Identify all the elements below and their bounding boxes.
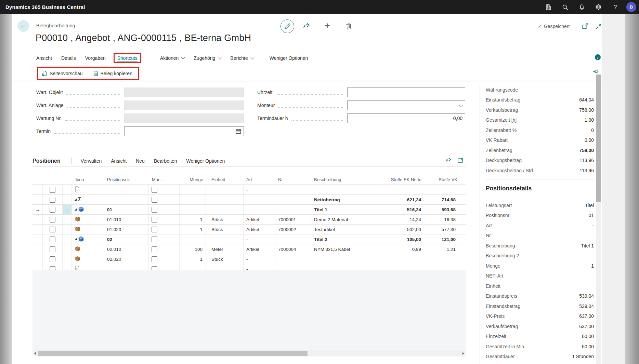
- tab-ansicht[interactable]: Ansicht: [36, 55, 52, 61]
- menubar-more-options[interactable]: Weniger Optionen: [270, 55, 308, 61]
- shortcut-seitenvorschau[interactable]: Seitenvorschau: [41, 70, 83, 76]
- breadcrumb[interactable]: Belegbearbeitung: [36, 23, 75, 28]
- factbox-label[interactable]: VK-Preis: [486, 313, 505, 319]
- factbox-label[interactable]: NEP-Art: [486, 273, 503, 279]
- table-row[interactable]: 02.010100MeterArtikel7000004NYM 3x1,5 Ka…: [32, 244, 466, 254]
- row-checkbox[interactable]: [50, 197, 55, 203]
- positions-menu-verwalten[interactable]: Verwalten: [81, 158, 102, 164]
- cell-stoffe-vk[interactable]: 16,38: [424, 215, 460, 224]
- cell-beschreibung[interactable]: NYM 3x1,5 Kabel: [311, 244, 383, 254]
- input-monteur[interactable]: [347, 100, 465, 110]
- cell-art[interactable]: Artikel: [244, 244, 275, 254]
- cell-positionsnr[interactable]: 02.020: [104, 254, 149, 264]
- factbox-label[interactable]: Beschreibung: [486, 243, 515, 248]
- cell-stoffe-ek-netto[interactable]: 14,24: [383, 215, 424, 224]
- vertical-scrollbar-thumb[interactable]: [596, 75, 601, 202]
- cell-positionsnr[interactable]: 02.010: [104, 244, 149, 254]
- cell-art[interactable]: -: [244, 195, 275, 204]
- cell-nr[interactable]: [275, 195, 311, 204]
- scroll-left-arrow[interactable]: [32, 350, 37, 356]
- expander-icon[interactable]: [75, 199, 77, 201]
- factbox-label[interactable]: VK Rabatt: [486, 137, 508, 143]
- cell-beschreibung[interactable]: [311, 185, 383, 194]
- vertical-scrollbar[interactable]: [596, 75, 601, 364]
- cell-nr[interactable]: [275, 234, 311, 244]
- calendar-icon[interactable]: [236, 129, 241, 134]
- collapse-icon[interactable]: [595, 23, 602, 30]
- help-icon[interactable]: ?: [607, 0, 624, 14]
- factbox-label[interactable]: Einheit: [486, 283, 500, 289]
- pin-icon[interactable]: [593, 68, 601, 75]
- input-termindauer-h[interactable]: 0,00: [347, 113, 465, 123]
- cell-stoffe-ek-netto[interactable]: 0,89: [383, 244, 424, 254]
- factbox-label[interactable]: Währungscode: [486, 87, 518, 93]
- cell-menge[interactable]: 1: [180, 215, 206, 224]
- cell-positionsnr[interactable]: 01.010: [104, 215, 149, 224]
- cell-einheit[interactable]: Meter: [206, 244, 244, 254]
- cell-nr[interactable]: [275, 185, 311, 194]
- cell-einheit[interactable]: [206, 205, 244, 214]
- markiert-checkbox[interactable]: [152, 207, 157, 213]
- cell-stoffe-vk[interactable]: [424, 185, 460, 194]
- cell-einheit[interactable]: [206, 185, 244, 194]
- markiert-checkbox[interactable]: [152, 187, 157, 193]
- search-icon[interactable]: [557, 0, 573, 14]
- chevron-down-icon[interactable]: [459, 105, 462, 106]
- markiert-checkbox[interactable]: [152, 227, 157, 232]
- info-icon[interactable]: i: [595, 54, 601, 60]
- open-in-new-window-icon[interactable]: [582, 23, 589, 30]
- shortcut-beleg-kopieren[interactable]: Beleg kopieren: [92, 70, 132, 76]
- company-icon[interactable]: [540, 0, 557, 14]
- factbox-label[interactable]: Deckungsbeitrag / Std.: [486, 168, 534, 173]
- factbox-label[interactable]: Einstandsbetrag: [486, 97, 520, 103]
- cell-positionsnr[interactable]: [104, 185, 149, 194]
- table-row[interactable]: 02.0201Stück-: [32, 254, 466, 264]
- cell-art[interactable]: -: [244, 234, 275, 244]
- cell-nr[interactable]: [275, 205, 311, 214]
- table-row[interactable]: 01.0101StückArtikel7000001Demo 2 Materia…: [32, 215, 466, 225]
- row-checkbox[interactable]: [50, 207, 55, 213]
- cell-menge[interactable]: [180, 205, 206, 214]
- cell-einheit[interactable]: Stück: [206, 254, 244, 264]
- cell-art[interactable]: -: [244, 185, 275, 194]
- menu-zugehörig[interactable]: Zugehörig: [194, 55, 221, 61]
- cell-menge[interactable]: 1: [180, 254, 206, 264]
- factbox-label[interactable]: Verkaufsbetrag: [486, 324, 518, 329]
- input-termin[interactable]: [124, 126, 244, 136]
- row-checkbox[interactable]: [50, 187, 55, 193]
- scroll-right-arrow[interactable]: [461, 350, 466, 356]
- cell-menge[interactable]: 1: [180, 225, 206, 234]
- tab-details[interactable]: Details: [61, 55, 76, 61]
- cell-positionsnr[interactable]: [104, 195, 149, 204]
- cell-stoffe-ek-netto[interactable]: 621,24: [383, 195, 424, 204]
- cell-art[interactable]: -: [244, 254, 275, 264]
- expander-icon[interactable]: [75, 238, 77, 240]
- cell-stoffe-ek-netto[interactable]: 502,00: [383, 225, 424, 234]
- cell-stoffe-vk[interactable]: 714,68: [424, 195, 460, 204]
- cell-stoffe-ek-netto[interactable]: [383, 254, 424, 264]
- user-avatar[interactable]: B: [626, 2, 636, 12]
- cell-art[interactable]: -: [244, 205, 275, 214]
- positions-menu-neu[interactable]: Neu: [136, 158, 145, 164]
- markiert-checkbox[interactable]: [152, 246, 157, 252]
- cell-einheit[interactable]: Stück: [206, 215, 244, 224]
- factbox-label[interactable]: Verkaufsbetrag: [486, 107, 518, 113]
- cell-nr[interactable]: 7000004: [275, 244, 311, 254]
- cell-stoffe-vk[interactable]: [424, 254, 460, 264]
- cell-menge[interactable]: [180, 185, 206, 194]
- row-checkbox[interactable]: [50, 217, 55, 223]
- factbox-label[interactable]: Positionsnr.: [486, 213, 510, 218]
- share-icon[interactable]: [302, 22, 311, 30]
- factbox-label[interactable]: Gesamtzeit in Min.: [486, 344, 525, 349]
- factbox-label[interactable]: Einstandsbetrag: [486, 304, 520, 309]
- cell-nr[interactable]: [275, 254, 311, 264]
- cell-beschreibung[interactable]: Testartikel: [311, 225, 383, 234]
- positions-menu-weniger-optionen[interactable]: Weniger Optionen: [186, 158, 225, 164]
- cell-stoffe-vk[interactable]: 593,68: [424, 205, 460, 214]
- cell-art[interactable]: Artikel: [244, 225, 275, 234]
- factbox-label[interactable]: Deckungsbeitrag: [486, 158, 522, 163]
- horizontal-scrollbar-thumb[interactable]: [38, 351, 308, 356]
- cell-beschreibung[interactable]: Titel 1: [311, 205, 383, 214]
- cell-positionsnr[interactable]: 01: [104, 205, 149, 214]
- cell-beschreibung[interactable]: [311, 254, 383, 264]
